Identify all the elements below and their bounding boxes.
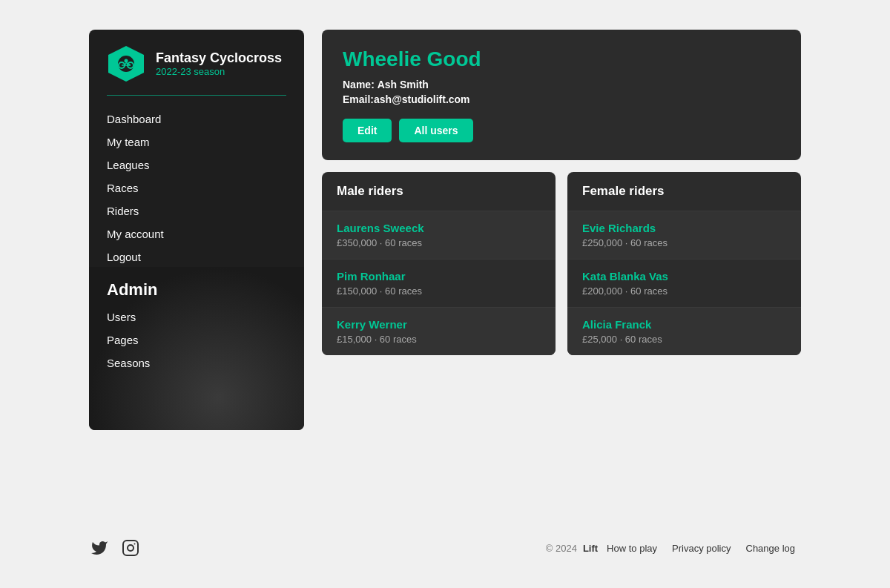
female-riders-heading: Female riders <box>567 172 801 211</box>
sidebar-header: Fantasy Cyclocross 2022-23 season <box>107 44 286 83</box>
rider-name: Kata Blanka Vas <box>582 270 786 283</box>
sidebar-item-leagues[interactable]: Leagues <box>107 153 286 176</box>
team-actions: Edit All users <box>343 119 780 142</box>
logo-icon <box>107 44 145 83</box>
email-value: ash@studiolift.com <box>374 93 470 105</box>
privacy-policy-link[interactable]: Privacy policy <box>672 543 731 554</box>
rider-races: 60 races <box>380 334 417 345</box>
list-item: Evie Richards £250,000 · 60 races <box>567 211 801 259</box>
riders-grid: Male riders Laurens Sweeck £350,000 · 60… <box>322 172 801 355</box>
rider-details: £150,000 · 60 races <box>337 285 541 297</box>
rider-details: £25,000 · 60 races <box>582 334 786 345</box>
name-label: Name: <box>343 79 375 90</box>
rider-races: 60 races <box>385 237 422 248</box>
season-label: 2022-23 season <box>156 66 282 77</box>
sidebar-title-group: Fantasy Cyclocross 2022-23 season <box>156 50 282 77</box>
rider-details: £15,000 · 60 races <box>337 334 541 345</box>
sidebar-content: Fantasy Cyclocross 2022-23 season Dashbo… <box>89 30 304 395</box>
rider-name: Kerry Werner <box>337 318 541 331</box>
svg-rect-8 <box>123 541 138 555</box>
rider-details: £350,000 · 60 races <box>337 237 541 248</box>
footer: © 2024 Lift How to play Privacy policy C… <box>0 520 890 558</box>
footer-links: © 2024 Lift How to play Privacy policy C… <box>546 543 801 554</box>
main-nav: Dashboard My team Leagues Races Riders M… <box>107 108 286 268</box>
sidebar-divider <box>107 95 286 96</box>
main-content: Wheelie Good Name: Ash Smith Email:ash@s… <box>304 30 801 355</box>
sidebar-item-dashboard[interactable]: Dashboard <box>107 108 286 131</box>
rider-name: Evie Richards <box>582 222 786 234</box>
male-riders-heading: Male riders <box>322 172 556 211</box>
rider-price: £200,000 <box>582 285 622 297</box>
sidebar-item-seasons[interactable]: Seasons <box>107 351 286 374</box>
list-item: Laurens Sweeck £350,000 · 60 races <box>322 211 556 259</box>
main-layout: Fantasy Cyclocross 2022-23 season Dashbo… <box>0 30 890 520</box>
instagram-icon[interactable] <box>120 538 141 558</box>
rider-price: £25,000 <box>582 334 617 345</box>
page-wrapper: Fantasy Cyclocross 2022-23 season Dashbo… <box>0 0 890 588</box>
rider-name: Alicia Franck <box>582 318 786 331</box>
all-users-button[interactable]: All users <box>399 119 472 142</box>
sidebar-item-users[interactable]: Users <box>107 305 286 328</box>
team-email-info: Email:ash@studiolift.com <box>343 93 780 105</box>
rider-separator: · <box>380 237 385 248</box>
list-item: Pim Ronhaar £150,000 · 60 races <box>322 259 556 307</box>
rider-separator: · <box>625 237 630 248</box>
change-log-link[interactable]: Change log <box>746 543 796 554</box>
sidebar-item-pages[interactable]: Pages <box>107 328 286 351</box>
rider-separator: · <box>375 334 380 345</box>
rider-details: £250,000 · 60 races <box>582 237 786 248</box>
list-item: Kerry Werner £15,000 · 60 races <box>322 307 556 355</box>
list-item: Alicia Franck £25,000 · 60 races <box>567 307 801 355</box>
app-title: Fantasy Cyclocross <box>156 50 282 66</box>
rider-races: 60 races <box>630 237 668 248</box>
social-links <box>89 538 141 558</box>
svg-point-5 <box>125 59 128 63</box>
rider-separator: · <box>625 285 630 297</box>
svg-point-9 <box>128 545 134 551</box>
rider-name: Pim Ronhaar <box>337 270 541 283</box>
sidebar-item-races[interactable]: Races <box>107 176 286 199</box>
male-riders-column: Male riders Laurens Sweeck £350,000 · 60… <box>322 172 556 355</box>
footer-copyright: © 2024 <box>546 543 577 554</box>
rider-races: 60 races <box>385 285 422 297</box>
sidebar-item-my-account[interactable]: My account <box>107 222 286 245</box>
rider-races: 60 races <box>625 334 662 345</box>
edit-button[interactable]: Edit <box>343 119 392 142</box>
rider-price: £250,000 <box>582 237 622 248</box>
how-to-play-link[interactable]: How to play <box>607 543 657 554</box>
rider-details: £200,000 · 60 races <box>582 285 786 297</box>
footer-lift-label: Lift <box>583 543 598 554</box>
name-value: Ash Smith <box>378 79 429 90</box>
rider-name: Laurens Sweeck <box>337 222 541 234</box>
twitter-icon[interactable] <box>89 538 110 558</box>
email-label: Email: <box>343 93 374 105</box>
rider-price: £150,000 <box>337 285 377 297</box>
female-riders-column: Female riders Evie Richards £250,000 · 6… <box>567 172 801 355</box>
rider-separator: · <box>620 334 625 345</box>
sidebar-item-riders[interactable]: Riders <box>107 199 286 222</box>
team-name: Wheelie Good <box>343 47 780 71</box>
team-card: Wheelie Good Name: Ash Smith Email:ash@s… <box>322 30 801 160</box>
admin-heading: Admin <box>107 280 286 300</box>
sidebar: Fantasy Cyclocross 2022-23 season Dashbo… <box>89 30 304 430</box>
svg-point-10 <box>134 544 136 545</box>
list-item: Kata Blanka Vas £200,000 · 60 races <box>567 259 801 307</box>
rider-races: 60 races <box>630 285 668 297</box>
rider-price: £350,000 <box>337 237 377 248</box>
sidebar-item-my-team[interactable]: My team <box>107 131 286 153</box>
team-name-info: Name: Ash Smith <box>343 79 780 90</box>
sidebar-item-logout[interactable]: Logout <box>107 245 286 268</box>
admin-nav: Users Pages Seasons <box>107 305 286 374</box>
rider-separator: · <box>380 285 385 297</box>
rider-price: £15,000 <box>337 334 372 345</box>
